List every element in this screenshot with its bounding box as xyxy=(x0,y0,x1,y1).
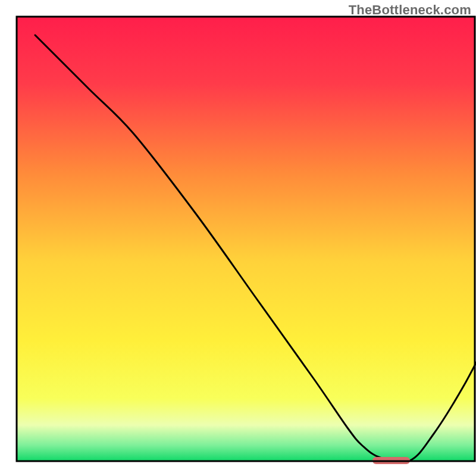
bottleneck-chart xyxy=(0,0,476,476)
watermark-text: TheBottleneck.com xyxy=(349,2,471,18)
chart-stage: TheBottleneck.com xyxy=(0,0,476,476)
gradient-background xyxy=(17,17,474,461)
